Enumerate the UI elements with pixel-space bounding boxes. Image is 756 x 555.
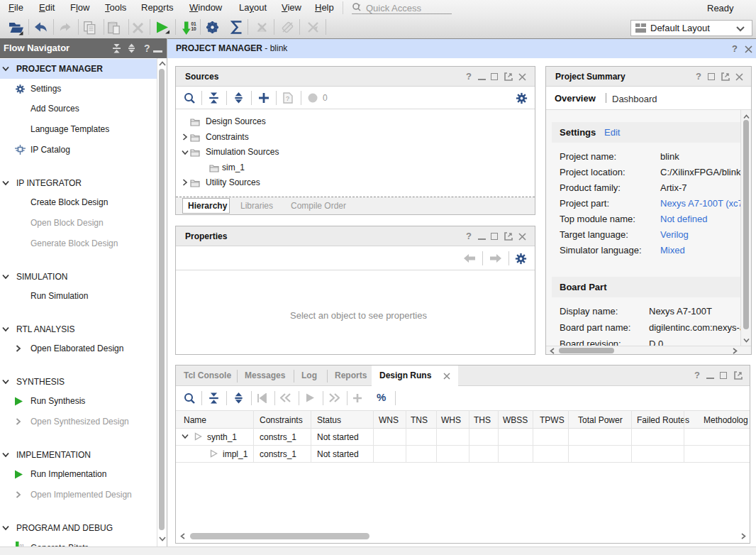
svg-text:?: ? [286,95,289,102]
svg-text:10: 10 [191,26,197,31]
svg-text:01: 01 [191,21,197,26]
